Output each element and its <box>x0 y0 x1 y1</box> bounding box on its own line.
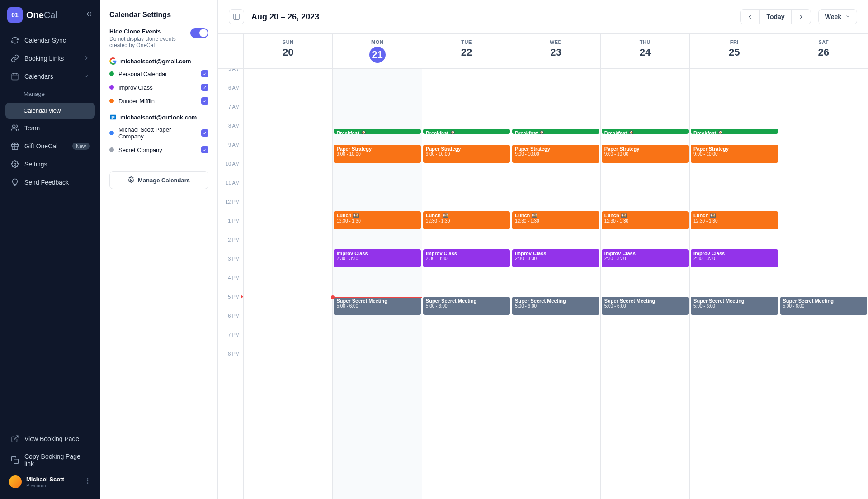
date-range: Aug 20 – 26, 2023 <box>251 12 319 22</box>
calendar-checkbox[interactable]: ✓ <box>201 146 208 153</box>
account-block: michaelscott@outlook.com Michael Scott P… <box>109 114 208 154</box>
event-title: Lunch 🍱 <box>604 213 686 219</box>
panel-toggle-button[interactable] <box>229 9 244 24</box>
event[interactable]: Improv Class2:30 - 3:30 <box>691 249 778 267</box>
event-time: 2:30 - 3:30 <box>426 256 507 261</box>
event[interactable]: Breakfast 🍳 <box>602 129 689 134</box>
event[interactable]: Lunch 🍱12:30 - 1:30 <box>691 211 778 229</box>
nav-item-calview[interactable]: Calendar view <box>5 103 95 119</box>
event[interactable]: Paper Strategy9:00 - 10:00 <box>512 145 599 163</box>
event[interactable]: Super Secret Meeting5:00 - 6:00 <box>691 297 778 315</box>
event-time: 2:30 - 3:30 <box>336 256 418 261</box>
day-column[interactable]: Super Secret Meeting5:00 - 6:00 <box>779 69 868 499</box>
event[interactable]: Super Secret Meeting5:00 - 6:00 <box>602 297 689 315</box>
view-label: Week <box>825 13 841 20</box>
event[interactable]: Lunch 🍱12:30 - 1:30 <box>334 211 420 229</box>
event[interactable]: Super Secret Meeting5:00 - 6:00 <box>334 297 420 315</box>
calendar-checkbox[interactable]: ✓ <box>201 84 208 91</box>
collapse-sidebar-icon[interactable] <box>85 10 93 20</box>
day-column[interactable]: Breakfast 🍳Paper Strategy9:00 - 10:00Lun… <box>511 69 600 499</box>
event-time: 12:30 - 1:30 <box>426 219 507 223</box>
day-header[interactable]: SAT 26 <box>779 34 868 68</box>
event[interactable]: Lunch 🍱12:30 - 1:30 <box>423 211 510 229</box>
nav-item-settings[interactable]: Settings <box>5 156 95 173</box>
svg-point-4 <box>13 125 15 128</box>
day-column[interactable]: Breakfast 🍳Paper Strategy9:00 - 10:00Lun… <box>600 69 689 499</box>
day-header[interactable]: TUE 22 <box>422 34 511 68</box>
event[interactable]: Breakfast 🍳 <box>512 129 599 134</box>
day-header[interactable]: WED 23 <box>511 34 600 68</box>
calendar-checkbox[interactable]: ✓ <box>201 70 208 77</box>
nav-item-calendars[interactable]: Calendars <box>5 68 95 85</box>
event-title: Super Secret Meeting <box>783 298 864 304</box>
logo-badge: 01 <box>7 7 23 23</box>
manage-calendars-button[interactable]: Manage Calendars <box>109 171 208 189</box>
user-menu-icon[interactable] <box>84 477 91 486</box>
event[interactable]: Lunch 🍱12:30 - 1:30 <box>602 211 689 229</box>
user-row[interactable]: Michael Scott Premium <box>5 472 95 492</box>
day-column[interactable] <box>243 69 332 499</box>
event[interactable]: Paper Strategy9:00 - 10:00 <box>423 145 510 163</box>
calendar-checkbox[interactable]: ✓ <box>201 97 208 105</box>
time-label: 11 AM <box>218 180 243 199</box>
calendar-color-dot <box>109 99 114 103</box>
event[interactable]: Super Secret Meeting5:00 - 6:00 <box>780 297 867 315</box>
prev-button[interactable] <box>741 10 760 24</box>
bulb-icon <box>11 178 19 186</box>
event-title: Paper Strategy <box>426 146 507 152</box>
view-select[interactable]: Week <box>818 9 857 24</box>
calendar-name: Dunder Mifflin <box>118 98 197 105</box>
nav-label: Manage <box>24 90 45 97</box>
event-title: Paper Strategy <box>336 146 418 152</box>
nav-item-team[interactable]: Team <box>5 119 95 137</box>
calendar-row: Dunder Mifflin ✓ <box>109 96 208 105</box>
event-title: Super Secret Meeting <box>693 298 775 304</box>
event-title: Improv Class <box>515 251 596 256</box>
nav-item-viewpage[interactable]: View Booking Page <box>5 430 95 447</box>
day-header[interactable]: THU 24 <box>600 34 689 68</box>
day-header[interactable]: FRI 25 <box>689 34 778 68</box>
event[interactable]: Breakfast 🍳 <box>691 129 778 134</box>
event[interactable]: Improv Class2:30 - 3:30 <box>512 249 599 267</box>
day-column[interactable]: Breakfast 🍳Paper Strategy9:00 - 10:00Lun… <box>689 69 778 499</box>
svg-rect-14 <box>234 14 239 19</box>
day-column[interactable]: Breakfast 🍳Paper Strategy9:00 - 10:00Lun… <box>332 69 421 499</box>
event[interactable]: Paper Strategy9:00 - 10:00 <box>691 145 778 163</box>
event[interactable]: Improv Class2:30 - 3:30 <box>602 249 689 267</box>
nav-label: Booking Links <box>24 55 64 62</box>
day-header[interactable]: MON 21 <box>332 34 421 68</box>
day-column[interactable]: Breakfast 🍳Paper Strategy9:00 - 10:00Lun… <box>422 69 511 499</box>
event[interactable]: Paper Strategy9:00 - 10:00 <box>334 145 420 163</box>
calendar-checkbox[interactable]: ✓ <box>201 129 208 137</box>
now-indicator <box>333 297 421 298</box>
nav-item-sync[interactable]: Calendar Sync <box>5 32 95 49</box>
event[interactable]: Lunch 🍱12:30 - 1:30 <box>512 211 599 229</box>
event-title: Super Secret Meeting <box>604 298 686 304</box>
event[interactable]: Super Secret Meeting5:00 - 6:00 <box>423 297 510 315</box>
hide-clone-toggle[interactable] <box>190 28 208 38</box>
event-title: Paper Strategy <box>693 146 775 152</box>
event[interactable]: Super Secret Meeting5:00 - 6:00 <box>512 297 599 315</box>
day-header[interactable]: SUN 20 <box>243 34 332 68</box>
day-name: THU <box>601 39 689 45</box>
time-label: 9 AM <box>218 142 243 161</box>
nav-item-copylink[interactable]: Copy Booking Page link <box>5 448 95 472</box>
time-label: 5 PM <box>218 294 243 313</box>
time-label: 8 PM <box>218 351 243 370</box>
event[interactable]: Breakfast 🍳 <box>334 129 420 134</box>
event[interactable]: Breakfast 🍳 <box>423 129 510 134</box>
nav-item-booking[interactable]: Booking Links <box>5 50 95 67</box>
svg-point-11 <box>87 482 89 484</box>
week-body[interactable]: 5 AM6 AM7 AM8 AM9 AM10 AM11 AM12 PM1 PM2… <box>218 69 868 499</box>
nav-item-manage[interactable]: Manage <box>5 86 95 102</box>
next-button[interactable] <box>792 10 811 24</box>
event[interactable]: Paper Strategy9:00 - 10:00 <box>602 145 689 163</box>
nav-item-feedback[interactable]: Send Feedback <box>5 174 95 191</box>
event[interactable]: Improv Class2:30 - 3:30 <box>334 249 420 267</box>
day-number: 23 <box>511 47 600 58</box>
today-button[interactable]: Today <box>760 10 791 24</box>
nav-item-gift[interactable]: Gift OneCalNew <box>5 138 95 155</box>
avatar <box>9 475 22 488</box>
logo[interactable]: 01 OneCal <box>7 7 57 23</box>
event[interactable]: Improv Class2:30 - 3:30 <box>423 249 510 267</box>
